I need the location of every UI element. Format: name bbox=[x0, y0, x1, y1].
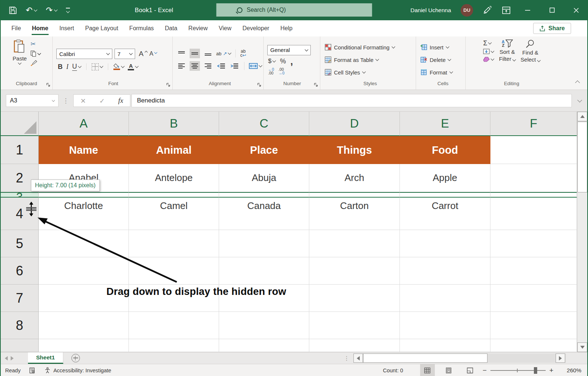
align-left-button[interactable] bbox=[176, 61, 187, 71]
row-header-8[interactable]: 8 bbox=[1, 312, 39, 339]
align-center-button[interactable] bbox=[190, 61, 200, 71]
cell-E9[interactable] bbox=[400, 339, 490, 352]
row-header-7[interactable]: 7 bbox=[1, 285, 39, 312]
avatar[interactable]: DU bbox=[461, 4, 473, 17]
accessibility-status[interactable]: Accessibility: Investigate bbox=[40, 364, 116, 376]
close-button[interactable] bbox=[569, 0, 584, 20]
align-middle-button[interactable] bbox=[190, 49, 200, 58]
save-button[interactable] bbox=[9, 6, 17, 14]
formula-input[interactable]: Benedicta bbox=[131, 94, 572, 107]
merge-center-button[interactable] bbox=[249, 63, 262, 69]
name-box[interactable]: A3 bbox=[6, 94, 59, 107]
accounting-format-button[interactable]: $ bbox=[268, 58, 275, 65]
cell-F2[interactable] bbox=[490, 164, 577, 192]
insert-function-button[interactable]: fx bbox=[118, 97, 123, 105]
percent-style-button[interactable]: % bbox=[280, 58, 286, 65]
cell-E4[interactable]: Carrot bbox=[400, 198, 490, 230]
cell-F6[interactable] bbox=[490, 257, 577, 285]
name-box-drag-handle[interactable]: ⋮ bbox=[63, 97, 69, 105]
feedback-pen-button[interactable] bbox=[483, 6, 492, 15]
grow-font-button[interactable]: A bbox=[139, 50, 147, 58]
add-sheet-button[interactable] bbox=[71, 354, 80, 362]
zoom-out-button[interactable]: − bbox=[483, 367, 487, 374]
font-family-select[interactable]: Calibri bbox=[56, 49, 112, 59]
fill-color-button[interactable] bbox=[113, 63, 124, 70]
hscroll-thumb[interactable] bbox=[363, 354, 487, 363]
copy-dropdown-chevron[interactable] bbox=[37, 51, 41, 55]
orientation-button[interactable]: ab↗ bbox=[216, 51, 231, 56]
cell-A6[interactable] bbox=[39, 257, 129, 285]
customize-qat-button[interactable] bbox=[66, 8, 70, 13]
cell-B2[interactable]: Antelope bbox=[129, 164, 219, 192]
fill-color-chevron[interactable] bbox=[121, 65, 125, 68]
cell-B4[interactable]: Camel bbox=[129, 198, 219, 230]
tab-view[interactable]: View bbox=[213, 20, 237, 36]
copy-button[interactable] bbox=[31, 51, 41, 57]
col-header-A[interactable]: A bbox=[39, 112, 129, 136]
cancel-button[interactable]: ✕ bbox=[80, 97, 86, 105]
sort-filter-button[interactable]: AZ Sort &Filter bbox=[499, 39, 515, 62]
user-name[interactable]: Daniel Uchenna bbox=[411, 7, 451, 14]
cell-B6[interactable] bbox=[129, 257, 219, 285]
cell-D5[interactable] bbox=[309, 230, 400, 257]
zoom-slider[interactable] bbox=[490, 370, 546, 371]
increase-indent-button[interactable] bbox=[229, 61, 240, 71]
col-header-D[interactable]: D bbox=[309, 112, 400, 136]
col-header-E[interactable]: E bbox=[400, 112, 490, 136]
borders-chevron[interactable] bbox=[100, 65, 103, 68]
horizontal-scrollbar[interactable] bbox=[353, 354, 566, 363]
format-cells-button[interactable]: Format bbox=[420, 67, 453, 78]
cell-styles-button[interactable]: Cell Styles bbox=[325, 67, 365, 78]
search-box[interactable]: Search (Alt+Q) bbox=[216, 3, 372, 17]
col-header-C[interactable]: C bbox=[219, 112, 309, 136]
macro-record-button[interactable] bbox=[25, 364, 40, 376]
tab-developer[interactable]: Developer bbox=[237, 20, 275, 36]
align-right-button[interactable] bbox=[203, 61, 213, 71]
redo-button[interactable]: ↷ bbox=[46, 6, 57, 14]
cell-A8[interactable] bbox=[39, 312, 129, 339]
tab-help[interactable]: Help bbox=[275, 20, 298, 36]
cell-E6[interactable] bbox=[400, 257, 490, 285]
cell-B8[interactable] bbox=[129, 312, 219, 339]
cell-F3[interactable] bbox=[490, 192, 577, 198]
hscroll-left-button[interactable] bbox=[353, 354, 363, 363]
redo-dropdown-chevron[interactable] bbox=[54, 8, 57, 11]
cell-A1[interactable]: Name bbox=[39, 136, 129, 164]
cell-D3[interactable] bbox=[309, 192, 400, 198]
merge-center-chevron[interactable] bbox=[259, 64, 263, 67]
comma-style-button[interactable]: , bbox=[290, 59, 293, 63]
cell-C6[interactable] bbox=[219, 257, 309, 285]
col-header-B[interactable]: B bbox=[129, 112, 219, 136]
cell-B3[interactable] bbox=[129, 192, 219, 198]
cell-C3[interactable] bbox=[219, 192, 309, 198]
decrease-decimal-button[interactable]: .00→0 bbox=[278, 67, 284, 75]
hscroll-right-button[interactable] bbox=[556, 354, 565, 363]
cell-C5[interactable] bbox=[219, 230, 309, 257]
cell-C9[interactable] bbox=[219, 339, 309, 352]
format-as-table-button[interactable]: Format as Table bbox=[325, 54, 378, 66]
italic-button[interactable]: I bbox=[66, 63, 68, 71]
tab-review[interactable]: Review bbox=[183, 20, 213, 36]
row-resize-cursor-icon[interactable] bbox=[25, 202, 38, 216]
row-header-6[interactable]: 6 bbox=[1, 257, 39, 285]
ribbon-display-options-button[interactable] bbox=[502, 6, 511, 15]
cell-E1[interactable]: Food bbox=[400, 136, 490, 164]
autosum-button[interactable]: Σ bbox=[483, 40, 494, 46]
cell-E5[interactable] bbox=[400, 230, 490, 257]
find-select-button[interactable]: Find &Select bbox=[521, 39, 540, 63]
cell-D2[interactable]: Arch bbox=[309, 164, 400, 192]
cell-F4[interactable] bbox=[490, 198, 577, 230]
row-header-9-partial[interactable] bbox=[1, 339, 39, 352]
cell-E3[interactable] bbox=[400, 192, 490, 198]
cell-A3[interactable] bbox=[39, 192, 129, 198]
increase-decimal-button[interactable]: ←0.00 bbox=[268, 67, 274, 75]
vscroll-down-button[interactable] bbox=[577, 342, 587, 352]
tab-home[interactable]: Home bbox=[27, 20, 54, 36]
format-painter-button[interactable] bbox=[31, 60, 41, 66]
tab-page-layout[interactable]: Page Layout bbox=[80, 20, 124, 36]
cell-D4[interactable]: Carton bbox=[309, 198, 400, 230]
collapse-ribbon-button[interactable] bbox=[576, 79, 579, 86]
cell-B9[interactable] bbox=[129, 339, 219, 352]
orientation-chevron[interactable] bbox=[228, 51, 232, 55]
cell-C2[interactable]: Abuja bbox=[219, 164, 309, 192]
